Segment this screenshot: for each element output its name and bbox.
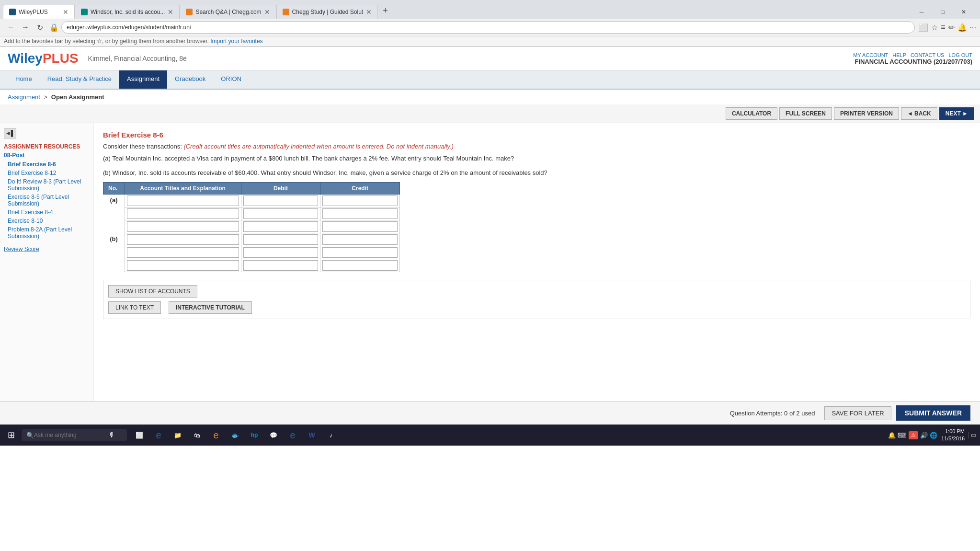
- taskbar-hp-icon[interactable]: hp: [246, 426, 263, 444]
- my-account-link[interactable]: MY ACCOUNT: [853, 52, 888, 58]
- row-b2-debit-input[interactable]: [243, 247, 319, 258]
- tab-wiley[interactable]: WileyPLUS ✕: [3, 5, 75, 19]
- tab-chegg1-close[interactable]: ✕: [264, 8, 270, 16]
- taskbar-volume-icon[interactable]: 🔊: [920, 432, 928, 439]
- nav-assignment[interactable]: Assignment: [119, 70, 167, 89]
- tab-chegg1[interactable]: Search Q&A | Chegg.com ✕: [180, 5, 276, 19]
- favorites-icon[interactable]: ☆: [931, 23, 938, 32]
- taskbar-word-icon[interactable]: W: [303, 426, 320, 444]
- row-a3-debit-input[interactable]: [243, 221, 319, 232]
- row-b3-debit-input[interactable]: [243, 260, 319, 271]
- more-icon[interactable]: ···: [970, 23, 976, 32]
- tab-bing-close[interactable]: ✕: [168, 8, 173, 16]
- full-screen-button[interactable]: FULL SCREEN: [779, 107, 832, 120]
- taskbar-music-icon[interactable]: ♪: [322, 426, 340, 444]
- window-controls: ─ □ ✕: [912, 5, 977, 19]
- breadcrumb-separator: >: [44, 93, 48, 101]
- forward-button[interactable]: →: [18, 21, 33, 34]
- edit-icon[interactable]: ✏: [948, 23, 955, 32]
- taskbar-folder-icon[interactable]: 📁: [169, 426, 186, 444]
- maximize-button[interactable]: □: [933, 5, 952, 19]
- taskbar-notif-icon[interactable]: 🔔: [888, 432, 896, 439]
- printer-version-button[interactable]: PRINTER VERSION: [834, 107, 899, 120]
- tab-chegg2[interactable]: Chegg Study | Guided Solut ✕: [276, 5, 378, 19]
- taskbar-search-input[interactable]: [34, 432, 106, 438]
- show-accounts-button[interactable]: SHOW LIST OF ACCOUNTS: [108, 285, 197, 298]
- row-a2-account-input[interactable]: [127, 208, 239, 219]
- reading-view-icon[interactable]: ⬜: [919, 23, 928, 32]
- back-nav-button[interactable]: ◄ BACK: [901, 107, 937, 120]
- tab-chegg2-close[interactable]: ✕: [366, 8, 372, 16]
- row-b1-credit-input[interactable]: [322, 234, 398, 245]
- sidebar-item-brief-8-4[interactable]: Brief Exercise 8-4: [4, 208, 89, 217]
- row-b3-account-input[interactable]: [127, 260, 239, 271]
- taskbar-search-bar[interactable]: 🔍 🎙: [22, 429, 127, 441]
- row-a3-account-input[interactable]: [127, 221, 239, 232]
- taskbar-edge-icon[interactable]: e: [150, 426, 167, 444]
- sidebar-item-exercise-8-5[interactable]: Exercise 8-5 (Part Level Submission): [4, 193, 89, 208]
- next-nav-button[interactable]: NEXT ►: [939, 107, 974, 120]
- submit-answer-button[interactable]: SUBMIT ANSWER: [896, 405, 970, 421]
- row-b1-debit-input[interactable]: [243, 234, 319, 245]
- start-button[interactable]: ⊞: [4, 428, 19, 442]
- main-container: ◄▌ ASSIGNMENT RESOURCES 08-Post Brief Ex…: [0, 123, 980, 401]
- sidebar-toggle-button[interactable]: ◄▌: [4, 128, 16, 138]
- row-a2-debit-input[interactable]: [243, 208, 319, 219]
- sidebar-item-brief-8-12[interactable]: Brief Exercise 8-12: [4, 169, 89, 177]
- taskbar-keyboard-icon[interactable]: ⌨: [898, 432, 907, 439]
- link-to-text-button[interactable]: LINK TO TEXT: [108, 301, 161, 314]
- close-button[interactable]: ✕: [954, 5, 973, 19]
- tab-bing[interactable]: Windsor, Inc. sold its accou... ✕: [75, 5, 180, 19]
- row-a1-account-input[interactable]: [127, 195, 239, 206]
- calculator-button[interactable]: CALCULATOR: [726, 107, 777, 120]
- nav-home[interactable]: Home: [8, 70, 40, 89]
- row-a1-credit-input[interactable]: [322, 195, 398, 206]
- log-out-link[interactable]: LOG OUT: [948, 52, 972, 58]
- save-for-later-button[interactable]: SAVE FOR LATER: [824, 406, 891, 420]
- breadcrumb-link[interactable]: Assignment: [8, 93, 40, 101]
- taskbar-store-icon[interactable]: 🛍: [188, 426, 205, 444]
- row-b1-account-input[interactable]: [127, 234, 239, 245]
- menu-icon[interactable]: ≡: [941, 23, 945, 32]
- microphone-icon[interactable]: 🎙: [109, 431, 115, 439]
- minimize-button[interactable]: ─: [912, 5, 931, 19]
- sidebar-item-brief-8-6[interactable]: Brief Exercise 8-6: [4, 160, 89, 169]
- sidebar-group-title[interactable]: 08-Post: [4, 152, 89, 159]
- row-b2-credit-input[interactable]: [322, 247, 398, 258]
- back-button[interactable]: ←: [4, 21, 18, 34]
- import-favorites-link[interactable]: Import your favorites: [210, 38, 262, 45]
- taskbar-alert-badge[interactable]: ⚠: [909, 431, 918, 439]
- taskbar-network-icon[interactable]: 🌐: [930, 432, 937, 439]
- taskbar-edge2-icon[interactable]: e: [284, 426, 301, 444]
- nav-read-study[interactable]: Read, Study & Practice: [40, 70, 119, 89]
- taskbar: ⊞ 🔍 🎙 ⬜ e 📁 🛍 e 🐟 hp 💬 e W ♪ 🔔 ⌨ ⚠ 🔊 🌐 1…: [0, 425, 980, 446]
- interactive-tutorial-button[interactable]: INTERACTIVE TUTORIAL: [169, 301, 252, 314]
- address-input[interactable]: [61, 21, 915, 34]
- show-desktop-icon[interactable]: ▭: [969, 432, 976, 438]
- notifications-icon[interactable]: 🔔: [957, 23, 967, 32]
- tab-wiley-close[interactable]: ✕: [63, 8, 68, 16]
- taskbar-fish-icon[interactable]: 🐟: [227, 426, 244, 444]
- nav-orion[interactable]: ORION: [213, 70, 249, 89]
- taskbar-ie-icon[interactable]: e: [207, 426, 225, 444]
- taskbar-task-view[interactable]: ⬜: [131, 426, 148, 444]
- row-a1-debit-input[interactable]: [243, 195, 319, 206]
- sidebar-review[interactable]: Review Score: [4, 245, 89, 253]
- row-b2-account-input[interactable]: [127, 247, 239, 258]
- refresh-button[interactable]: ↻: [33, 21, 47, 34]
- contact-us-link[interactable]: CONTACT US: [911, 52, 945, 58]
- row-a3-credit-input[interactable]: [322, 221, 398, 232]
- row-a2-credit-input[interactable]: [322, 208, 398, 219]
- nav-gradebook[interactable]: Gradebook: [167, 70, 213, 89]
- row-a2-no: [103, 207, 125, 220]
- favorites-bar: Add to the favorites bar by selecting ☆,…: [0, 36, 980, 46]
- sidebar-item-exercise-8-10[interactable]: Exercise 8-10: [4, 217, 89, 225]
- new-tab-button[interactable]: +: [378, 3, 393, 19]
- help-link[interactable]: HELP: [892, 52, 906, 58]
- sidebar-item-problem-8-2a[interactable]: Problem 8-2A (Part Level Submission): [4, 225, 89, 241]
- sidebar-item-doit-8-3[interactable]: Do It! Review 8-3 (Part Level Submission…: [4, 177, 89, 193]
- table-row: (b): [103, 233, 400, 246]
- row-b3-credit-input[interactable]: [322, 260, 398, 271]
- sidebar-section-title: ASSIGNMENT RESOURCES: [4, 143, 89, 150]
- taskbar-msg-icon[interactable]: 💬: [265, 426, 282, 444]
